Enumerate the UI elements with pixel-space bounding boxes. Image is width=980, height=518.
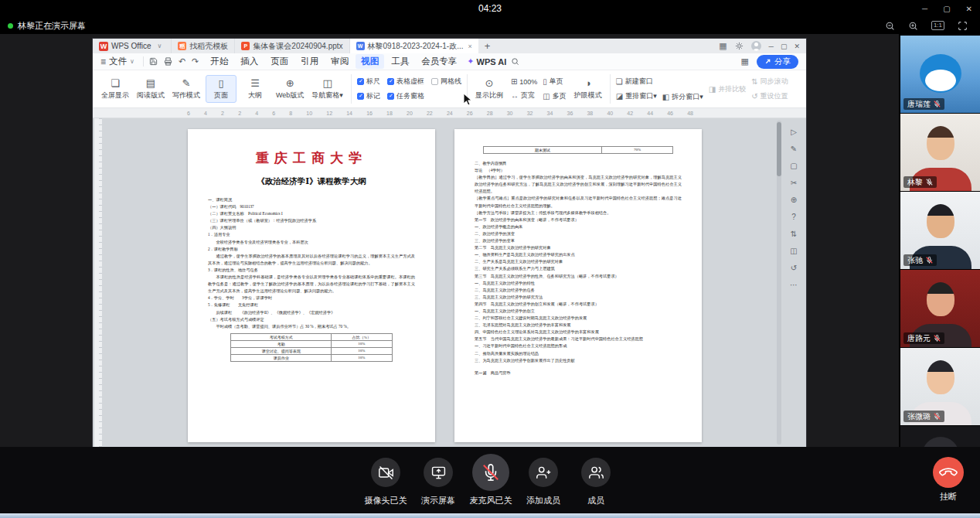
tab-close-icon[interactable]: ×: [468, 43, 472, 50]
view-mode-button[interactable]: ▤阅读版式: [134, 75, 167, 103]
ruler-number: 22: [427, 108, 433, 118]
user-avatar[interactable]: [751, 41, 761, 51]
wps-home-tab[interactable]: W WPS Office ∨: [93, 39, 171, 53]
chevron-down-icon: ∨: [130, 58, 134, 65]
workspace-icon[interactable]: ▦: [719, 41, 726, 51]
zoom-out-icon[interactable]: [885, 21, 895, 31]
print-icon[interactable]: [164, 57, 172, 66]
ribbon-tab[interactable]: 页面: [265, 54, 294, 69]
ribbon-tab[interactable]: 会员专享: [416, 54, 462, 69]
ribbon-tab[interactable]: 视图: [356, 54, 384, 69]
zoom-option[interactable]: ⊞100%: [511, 77, 537, 86]
ruler-number: 6: [272, 108, 275, 118]
undo-icon[interactable]: ↶: [179, 57, 185, 66]
side-tool-icon[interactable]: ⊕: [791, 196, 797, 205]
wps-ai-menu[interactable]: ✦ WPS AI: [467, 56, 506, 66]
participant-tile[interactable]: 林黎: [900, 114, 980, 191]
view-mode-button[interactable]: ✎写作模式: [170, 75, 202, 103]
side-tool-icon[interactable]: ✂: [791, 179, 797, 188]
microphone-control[interactable]: 麦克风已关: [464, 453, 517, 506]
members-control[interactable]: 成员: [570, 453, 622, 506]
show-option[interactable]: 标记: [357, 91, 380, 101]
side-tool-icon[interactable]: ⋯: [790, 281, 798, 290]
page-view-option[interactable]: ◫多页: [543, 91, 566, 101]
eye-protection-button[interactable]: ◑ 护眼模式: [572, 75, 604, 103]
show-option[interactable]: 任务窗格: [387, 91, 424, 101]
participant-tile-partial[interactable]: [900, 426, 980, 447]
show-option[interactable]: 网格线: [431, 77, 461, 87]
ribbon-tab[interactable]: 引用: [295, 54, 324, 69]
ribbon-tab[interactable]: 开始: [205, 54, 233, 69]
zoom-in-icon[interactable]: [908, 21, 918, 31]
wps-restore-icon[interactable]: ▢: [781, 43, 788, 50]
side-tool-icon[interactable]: ?: [791, 213, 796, 222]
window-option[interactable]: ◪重排窗口▾: [616, 91, 657, 101]
ribbon-tab[interactable]: 插入: [235, 54, 264, 69]
share-button[interactable]: 分享: [757, 55, 798, 69]
document-page-1[interactable]: 重庆工商大学 《政治经济学Ⅰ》课程教学大纲 一、课程简况（一）课程代码 9010…: [188, 129, 435, 442]
participant-tile[interactable]: 唐瑞莲: [900, 36, 980, 113]
zoom-scale-button[interactable]: ⊙ 显示比例: [473, 75, 505, 103]
view-mode-button[interactable]: ▯页面: [206, 75, 236, 103]
vertical-ruler[interactable]: [94, 118, 102, 447]
tab-docer-template[interactable]: 稻 找稻壳模板: [171, 39, 234, 53]
window-option[interactable]: ❏新建窗口: [616, 77, 657, 87]
present-screen-control[interactable]: 演示屏幕: [412, 453, 464, 506]
hangup-control[interactable]: 挂断: [920, 453, 976, 503]
side-tool-icon[interactable]: ⇅: [791, 230, 797, 239]
hangup-button[interactable]: [933, 457, 964, 488]
ruler-number: 42: [627, 108, 633, 118]
minimize-icon[interactable]: ─: [922, 5, 927, 13]
fit-screen-icon[interactable]: [958, 21, 968, 31]
mic-muted-icon: [934, 413, 941, 420]
participant-tile[interactable]: 张驰: [900, 192, 980, 269]
view-mode-button[interactable]: ◫导航窗格▾: [309, 75, 345, 103]
participant-tile[interactable]: 唐路元: [900, 270, 980, 347]
participant-tile[interactable]: 张微璐: [900, 348, 980, 425]
side-tool-icon[interactable]: ◫: [790, 247, 797, 256]
shared-screen-region: W WPS Office ∨ 稻 找稻壳模板 P 集体备课会20240904.p…: [0, 34, 899, 447]
side-tool-icon[interactable]: ↺: [791, 264, 797, 273]
close-icon[interactable]: ✕: [966, 5, 972, 13]
side-tool-icon[interactable]: ▢: [790, 162, 797, 171]
new-tab-button[interactable]: +: [478, 40, 497, 52]
checkbox-unchecked[interactable]: [431, 78, 438, 85]
side-tool-icon[interactable]: ▷: [791, 128, 797, 137]
camera-control[interactable]: 摄像头已关: [359, 453, 412, 506]
tab-word-document-active[interactable]: W 林黎0918-2023-2024-1-政... ×: [349, 39, 478, 53]
actual-size-icon[interactable]: 1:1: [931, 21, 944, 30]
checkbox-checked[interactable]: [387, 78, 394, 85]
show-option[interactable]: 标尺: [357, 77, 380, 87]
view-mode-button[interactable]: ❏全屏显示: [99, 75, 131, 103]
tab-pptx-document[interactable]: P 集体备课会20240904.pptx: [234, 39, 349, 53]
hamburger-icon[interactable]: ≡: [100, 56, 106, 67]
window-layout-icon[interactable]: ▦: [741, 56, 749, 66]
checkbox-checked[interactable]: [357, 78, 364, 85]
checkbox-checked[interactable]: [387, 93, 394, 100]
wps-minimize-icon[interactable]: ─: [769, 43, 774, 50]
view-mode-button-icon: ▤: [146, 77, 155, 89]
ribbon-tab[interactable]: 工具: [386, 54, 414, 69]
horizontal-ruler[interactable]: 6422468101214161820222426283032343638404…: [93, 108, 806, 118]
document-page-2[interactable]: 期末测试70% 二、教学内容纲目导论 （4学时）［教学目的］通过学习，使学生掌握…: [454, 129, 702, 442]
show-option-label: 网格线: [441, 77, 461, 87]
maximize-icon[interactable]: ▢: [943, 5, 950, 13]
save-icon[interactable]: [149, 57, 158, 66]
page-view-option[interactable]: ▯单页: [543, 77, 566, 87]
show-option[interactable]: 表格虚框: [387, 77, 424, 87]
gear-icon[interactable]: [735, 42, 744, 50]
window-option[interactable]: ◧拆分窗口▾: [662, 92, 703, 102]
side-tool-icon[interactable]: ✎: [791, 145, 797, 154]
redo-icon[interactable]: ↷: [192, 57, 199, 66]
view-mode-button[interactable]: ⊕Web版式: [274, 75, 306, 103]
present-screen-label: 演示屏幕: [421, 495, 455, 506]
view-mode-button[interactable]: ☰大纲: [240, 75, 271, 103]
ribbon-tab[interactable]: 审阅: [325, 54, 354, 69]
zoom-option[interactable]: ↔页宽: [511, 90, 537, 101]
file-menu[interactable]: 文件: [109, 56, 127, 67]
checkbox-checked[interactable]: [357, 93, 364, 100]
vertical-scrollbar[interactable]: [777, 121, 781, 445]
wps-close-icon[interactable]: ✕: [794, 43, 800, 50]
search-icon[interactable]: [511, 57, 519, 66]
add-member-control[interactable]: 添加成员: [517, 453, 570, 506]
